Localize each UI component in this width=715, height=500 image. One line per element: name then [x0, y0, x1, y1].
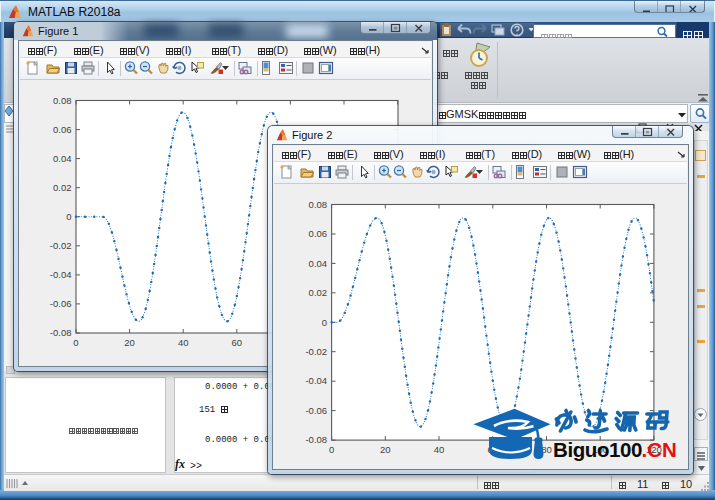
svg-text:20: 20	[380, 444, 391, 455]
svg-text:0.06: 0.06	[53, 124, 72, 135]
svg-text:0: 0	[73, 337, 78, 348]
svg-text:0.02: 0.02	[53, 182, 72, 193]
svg-text:0.04: 0.04	[53, 153, 72, 164]
svg-text:0: 0	[66, 211, 71, 222]
svg-text:40: 40	[178, 337, 189, 348]
svg-text:40: 40	[434, 444, 445, 455]
svg-text:0.08: 0.08	[53, 95, 72, 106]
svg-text:0.02: 0.02	[309, 287, 328, 298]
svg-text:-0.06: -0.06	[50, 298, 72, 309]
svg-text:0: 0	[322, 317, 327, 328]
svg-text:-0.08: -0.08	[305, 434, 327, 445]
svg-text:-0.02: -0.02	[305, 346, 327, 357]
svg-text:-0.06: -0.06	[305, 405, 327, 416]
svg-text:-0.04: -0.04	[305, 375, 327, 386]
svg-text:0: 0	[329, 444, 334, 455]
svg-text:60: 60	[232, 337, 243, 348]
svg-text:.CN: .CN	[642, 438, 677, 461]
svg-text:0.04: 0.04	[309, 258, 328, 269]
svg-text:-0.02: -0.02	[50, 240, 72, 251]
svg-text:Biguo100: Biguo100	[553, 438, 642, 461]
svg-text:20: 20	[124, 337, 135, 348]
svg-text:0.06: 0.06	[309, 228, 328, 239]
svg-text:-0.08: -0.08	[50, 327, 72, 338]
svg-text:-0.04: -0.04	[50, 269, 72, 280]
svg-text:0.08: 0.08	[309, 199, 328, 210]
